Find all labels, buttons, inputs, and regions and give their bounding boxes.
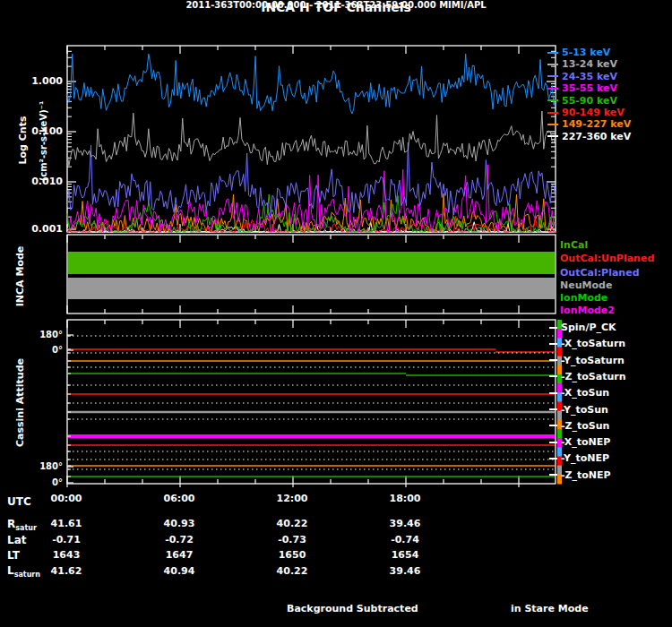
attitude-legend-dash: [549, 392, 557, 394]
mode-legend-label: OutCal:Planed: [560, 267, 640, 279]
table-value-lt: 1643: [35, 549, 98, 561]
flux-legend-entry: 227-360 keV: [547, 131, 631, 142]
row-label-r-saturn: Rsatur: [7, 518, 37, 532]
table-value-lat: -0.72: [148, 534, 211, 545]
table-value-r: 40.93: [148, 518, 211, 529]
flux-ytick-label: 0.010: [0, 176, 63, 187]
row-label-lat: Lat: [7, 534, 26, 546]
attitude-legend-entry: -Y_toNEP: [549, 452, 609, 464]
flux-ytick-label: 0.001: [0, 223, 63, 235]
mode-band-1: [68, 278, 555, 299]
attitude-legend-entry: -X_toNEP: [549, 436, 610, 448]
attitude-legend-dash: [549, 458, 557, 460]
mode-legend-entry: NeuMode: [560, 279, 612, 291]
mode-legend-entry: InCal: [560, 239, 588, 251]
mode-legend-entry: IonMode: [560, 292, 607, 304]
row-label-lt: LT: [7, 549, 20, 562]
flux-ytick-label: 0.100: [0, 125, 63, 137]
flux-legend-entry: 35-55 keV: [547, 82, 617, 94]
flux-legend-entry: 149-227 keV: [547, 118, 631, 130]
attitude-legend-entry: -Z_toNEP: [549, 469, 611, 481]
footer-stare-mode: in Stare Mode: [511, 603, 589, 614]
attitude-legend-entry: -Y_toSun: [549, 404, 608, 416]
flux-series-5-13keV: [67, 54, 556, 114]
flux-legend-dash: [547, 88, 558, 90]
inca-tof-plot: INCA H TOF Channels 2011-363T00:00:00.00…: [0, 0, 672, 627]
attitude-ytick-label: 0°: [0, 477, 63, 487]
flux-legend-dash: [547, 124, 558, 125]
flux-legend-entry: 24-35 keV: [547, 71, 617, 82]
flux-legend-label: 227-360 keV: [562, 131, 631, 142]
flux-legend-label: 90-149 keV: [562, 107, 625, 118]
attitude-legend-entry: -X_toSun: [549, 387, 609, 399]
attitude-legend-label: -Z_toNEP: [561, 469, 611, 481]
attitude-legend-dash: [549, 442, 557, 443]
attitude-legend-entry: Spin/P_CK: [549, 322, 616, 333]
attitude-legend-dash: [549, 474, 557, 476]
mode-legend-entry: IonMode2: [560, 305, 615, 316]
flux-legend-label: 149-227 keV: [562, 118, 631, 130]
attitude-legend-dash: [549, 359, 557, 361]
attitude-legend-entry: -Y_toSaturn: [549, 355, 625, 366]
flux-ytick-label: 1.000: [0, 75, 63, 87]
table-value-lat: -0.71: [35, 534, 98, 545]
flux-series-13-24keV: [67, 111, 556, 166]
mode-legend-label: OutCal:UnPlaned: [560, 253, 654, 264]
attitude-legend-dash: [549, 425, 557, 426]
table-value-lat: -0.73: [261, 534, 323, 545]
table-value-r: 41.61: [35, 518, 98, 529]
flux-legend-label: 35-55 keV: [562, 82, 617, 94]
table-value-lat: -0.74: [374, 534, 436, 545]
attitude-legend-label: Spin/P_CK: [561, 322, 616, 333]
table-value-lt: 1647: [148, 549, 211, 561]
mode-legend-label: InCal: [560, 239, 588, 251]
mode-legend-label: NeuMode: [560, 279, 612, 291]
flux-legend-label: 55-90 keV: [562, 95, 617, 107]
table-value-l: 40.22: [261, 565, 323, 577]
attitude-legend-label: -Y_toSaturn: [561, 355, 625, 366]
mode-legend-entry: OutCal:UnPlaned: [560, 253, 654, 264]
attitude-legend-entry: -X_toSaturn: [549, 338, 625, 349]
table-value-r: 39.46: [374, 518, 436, 529]
table-value-lt: 1654: [374, 549, 436, 561]
mode-legend-label: IonMode2: [560, 305, 615, 316]
flux-legend-entry: 5-13 keV: [547, 47, 610, 58]
utc-time-value: 12:00: [261, 493, 323, 504]
attitude-legend-label: -X_toNEP: [561, 436, 610, 448]
utc-time-value: 00:00: [35, 493, 98, 504]
flux-legend-dash: [547, 52, 558, 54]
table-value-l: 39.46: [374, 565, 436, 577]
attitude-legend-dash: [549, 327, 557, 329]
flux-legend-dash: [547, 135, 558, 137]
table-value-l: 41.62: [35, 565, 98, 577]
attitude-legend-label: -Z_toSaturn: [561, 371, 626, 382]
flux-legend-dash: [547, 64, 558, 65]
attitude-legend-label: -X_toSun: [561, 387, 609, 399]
attitude-legend-label: -Y_toSun: [561, 404, 608, 416]
utc-time-value: 18:00: [374, 493, 436, 504]
mode-legend-label: IonMode: [560, 292, 607, 304]
flux-legend-label: 5-13 keV: [562, 47, 610, 58]
flux-legend-dash: [547, 99, 558, 101]
flux-legend-dash: [547, 75, 558, 77]
utc-time-value: 06:00: [148, 493, 211, 504]
attitude-legend-label: -Y_toNEP: [561, 452, 609, 464]
flux-legend-label: 13-24 keV: [562, 58, 617, 70]
attitude-ytick-label: 180°: [0, 461, 63, 471]
table-value-r: 40.22: [261, 518, 323, 529]
table-value-l: 40.94: [148, 565, 211, 577]
attitude-legend-dash: [549, 408, 557, 410]
table-value-lt: 1650: [261, 549, 323, 561]
attitude-legend-dash: [549, 343, 557, 345]
attitude-legend-label: -Z_toSun: [561, 420, 609, 432]
attitude-legend-entry: -Z_toSaturn: [549, 371, 626, 382]
flux-legend-label: 24-35 keV: [562, 71, 617, 82]
attitude-ytick-label: 0°: [0, 345, 63, 355]
utc-axis-label: UTC: [7, 495, 31, 508]
mode-band-0: [68, 252, 555, 274]
flux-legend-dash: [547, 112, 558, 114]
attitude-ytick-label: 180°: [0, 330, 63, 339]
attitude-legend-dash: [549, 375, 557, 377]
flux-legend-entry: 90-149 keV: [547, 107, 625, 118]
flux-legend-entry: 55-90 keV: [547, 95, 617, 107]
